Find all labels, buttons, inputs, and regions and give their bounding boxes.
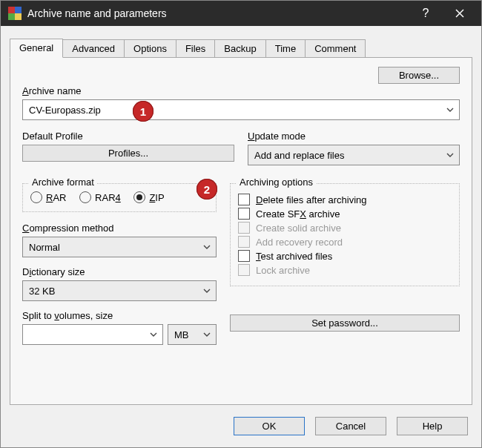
close-icon [455, 8, 465, 19]
opt-lock-checkbox: Lock archive [238, 264, 452, 276]
dictionary-label: Dictionary size [22, 266, 217, 277]
compression-label: Compression method [22, 223, 217, 234]
titlebar: Archive name and parameters ? [1, 1, 481, 26]
tab-time[interactable]: Time [265, 39, 306, 57]
cancel-button[interactable]: Cancel [315, 417, 386, 435]
browse-button[interactable]: Browse... [378, 67, 460, 84]
chevron-down-icon [202, 243, 211, 251]
help-button[interactable]: Help [397, 417, 468, 435]
archive-format-group: Archive format RAR RAR4 ZIP [22, 183, 217, 212]
archive-name-input[interactable]: CV-Europass.zip 1 [22, 99, 460, 120]
update-mode-select[interactable]: Add and replace files [248, 145, 460, 165]
tab-comment[interactable]: Comment [305, 39, 366, 57]
format-zip-radio[interactable]: ZIP [133, 191, 164, 203]
archive-name-label: Archive name [22, 85, 460, 96]
annotation-marker-2: 2 [197, 179, 217, 200]
chevron-down-icon [202, 330, 211, 339]
chevron-down-icon [149, 330, 158, 339]
app-icon [8, 7, 22, 20]
archive-name-value: CV-Europass.zip [29, 105, 101, 116]
chevron-down-icon [446, 151, 455, 159]
archiving-options-legend: Archiving options [237, 177, 316, 188]
tabsheet: General Advanced Options Files Backup Ti… [10, 36, 472, 405]
chevron-down-icon [202, 286, 211, 295]
chevron-down-icon [446, 105, 455, 114]
profiles-button[interactable]: Profiles... [22, 145, 234, 162]
help-title-button[interactable]: ? [409, 1, 443, 26]
window-title: Archive name and parameters [27, 7, 409, 19]
format-rar-radio[interactable]: RAR [30, 191, 66, 203]
tab-files[interactable]: Files [176, 39, 215, 57]
dialog-footer: OK Cancel Help [1, 409, 481, 447]
compression-select[interactable]: Normal [22, 237, 217, 257]
dictionary-select[interactable]: 32 KB [22, 280, 217, 301]
archiving-options-group: Archiving options Delete files after arc… [230, 183, 460, 286]
update-mode-label: Update mode [248, 131, 460, 142]
opt-sfx-checkbox[interactable]: Create SFX archive [238, 208, 452, 220]
close-title-button[interactable] [443, 1, 477, 26]
split-size-input[interactable] [22, 324, 163, 345]
split-unit-select[interactable]: MB [168, 324, 217, 345]
default-profile-label: Default Profile [22, 131, 234, 142]
dictionary-value: 32 KB [29, 286, 55, 297]
tab-advanced[interactable]: Advanced [62, 39, 125, 57]
ok-button[interactable]: OK [234, 417, 305, 435]
update-mode-value: Add and replace files [254, 150, 344, 161]
tab-options[interactable]: Options [124, 39, 176, 57]
opt-test-checkbox[interactable]: Test archived files [238, 250, 452, 262]
opt-solid-checkbox: Create solid archive [238, 222, 452, 234]
compression-value: Normal [29, 242, 60, 253]
split-unit-value: MB [174, 329, 189, 340]
tab-backup[interactable]: Backup [214, 39, 265, 57]
general-sheet: Browse... Archive name CV-Europass.zip 1… [10, 57, 472, 405]
annotation-marker-1: 1 [133, 101, 153, 122]
opt-recovery-checkbox: Add recovery record [238, 236, 452, 248]
dialog-window: Archive name and parameters ? General Ad… [0, 0, 482, 448]
format-rar4-radio[interactable]: RAR4 [79, 191, 121, 203]
archive-format-legend: Archive format [29, 177, 97, 188]
tab-row: General Advanced Options Files Backup Ti… [10, 36, 472, 57]
set-password-button[interactable]: Set password... [230, 314, 460, 332]
opt-delete-checkbox[interactable]: Delete files after archiving [238, 194, 452, 205]
tab-general[interactable]: General [10, 39, 63, 58]
split-label: Split to volumes, size [22, 310, 217, 321]
